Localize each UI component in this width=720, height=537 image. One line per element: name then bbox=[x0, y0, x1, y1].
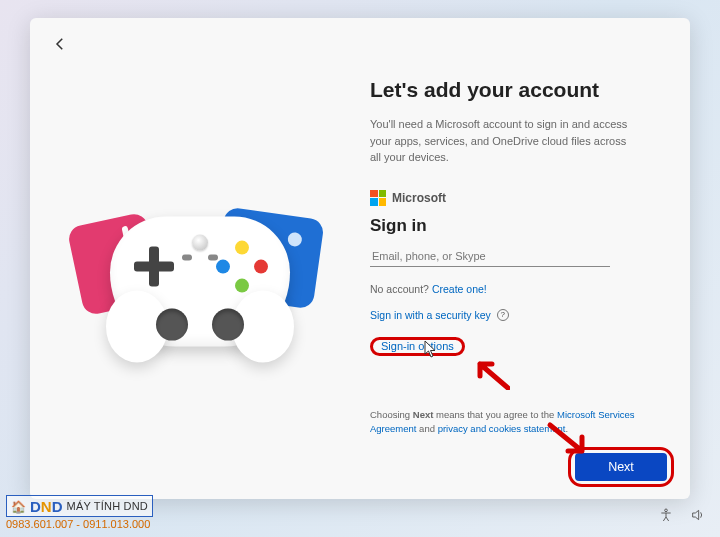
page-title: Let's add your account bbox=[370, 78, 646, 102]
no-account-row: No account? Create one! bbox=[370, 283, 646, 295]
legal-and: and bbox=[416, 423, 437, 434]
watermark: 🏠 DND MÁY TÍNH DND 0983.601.007 - 0911.0… bbox=[6, 495, 153, 531]
oobe-window: Let's add your account You'll need a Mic… bbox=[30, 18, 690, 499]
watermark-text: MÁY TÍNH DND bbox=[67, 500, 148, 513]
back-button[interactable] bbox=[48, 32, 72, 56]
annotation-highlight-options: Sign-in options bbox=[370, 337, 465, 356]
legal-bold: Next bbox=[413, 409, 434, 420]
create-account-link[interactable]: Create one! bbox=[432, 283, 487, 295]
house-icon: 🏠 bbox=[11, 500, 26, 514]
microsoft-label: Microsoft bbox=[392, 191, 446, 205]
illustration-pane bbox=[30, 58, 370, 499]
xbox-controller-icon bbox=[110, 216, 290, 346]
watermark-phones: 0983.601.007 - 0911.013.000 bbox=[6, 518, 153, 531]
signin-heading: Sign in bbox=[370, 216, 646, 236]
annotation-arrow-next bbox=[546, 421, 592, 465]
arrow-left-icon bbox=[51, 35, 69, 53]
signin-input[interactable] bbox=[370, 246, 610, 267]
system-tray bbox=[658, 507, 706, 527]
volume-icon[interactable] bbox=[690, 507, 706, 527]
legal-prefix: Choosing bbox=[370, 409, 413, 420]
help-icon[interactable]: ? bbox=[497, 309, 509, 321]
microsoft-logo-icon bbox=[370, 190, 386, 206]
legal-text: Choosing Next means that you agree to th… bbox=[370, 408, 646, 437]
signin-options-link[interactable]: Sign-in options bbox=[381, 340, 454, 352]
annotation-arrow-options bbox=[470, 356, 510, 394]
microsoft-brand: Microsoft bbox=[370, 190, 646, 206]
no-account-text: No account? bbox=[370, 283, 429, 295]
watermark-brand: DND bbox=[30, 498, 63, 516]
signin-options-row: Sign-in options bbox=[370, 337, 646, 356]
apps-illustration bbox=[85, 179, 315, 379]
watermark-logo: 🏠 DND MÁY TÍNH DND bbox=[6, 495, 153, 517]
accessibility-icon[interactable] bbox=[658, 507, 674, 527]
svg-point-0 bbox=[665, 509, 668, 512]
security-key-link[interactable]: Sign in with a security key bbox=[370, 309, 491, 321]
security-key-row: Sign in with a security key ? bbox=[370, 309, 646, 321]
page-description: You'll need a Microsoft account to sign … bbox=[370, 116, 630, 166]
account-panel: Let's add your account You'll need a Mic… bbox=[370, 58, 690, 499]
cursor-icon bbox=[424, 340, 438, 362]
legal-mid: means that you agree to the bbox=[433, 409, 557, 420]
